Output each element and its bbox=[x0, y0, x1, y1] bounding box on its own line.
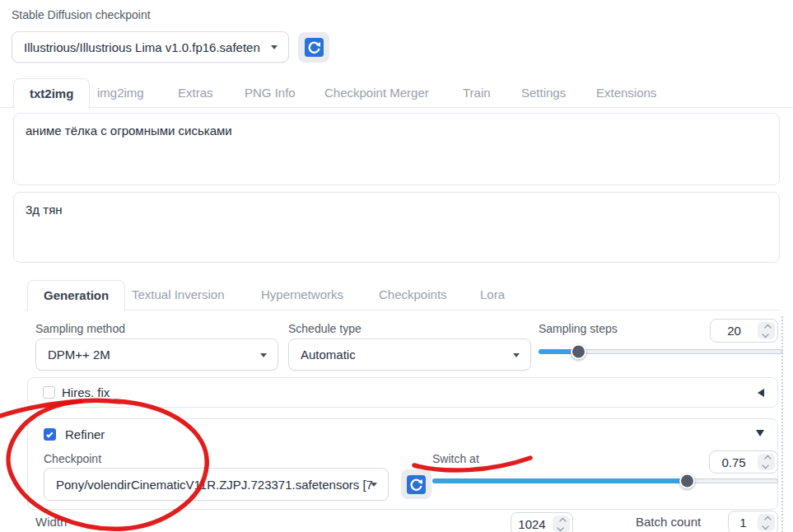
refiner-checkbox[interactable] bbox=[44, 428, 56, 441]
refiner-checkpoint-value: Pony/volendirCinematicV11R.ZJPJ.723371.s… bbox=[56, 478, 373, 492]
sampling-steps-slider[interactable] bbox=[539, 347, 782, 357]
tab-hypernetworks[interactable]: Hypernetworks bbox=[261, 280, 343, 310]
sd-checkpoint-value: Illustrious/Illustrious Lima v1.0.fp16.s… bbox=[24, 40, 260, 54]
tab-lora[interactable]: Lora bbox=[480, 280, 505, 310]
stepper-icon[interactable] bbox=[758, 514, 775, 531]
switch-at-value: 0.75 bbox=[721, 455, 745, 469]
sampling-method-label: Sampling method bbox=[35, 322, 125, 335]
tab-extensions[interactable]: Extensions bbox=[596, 78, 656, 108]
accordion-collapsed-icon[interactable] bbox=[758, 389, 764, 397]
slider-handle[interactable] bbox=[679, 474, 695, 489]
hires-fix-label: Hires. fix bbox=[62, 385, 110, 399]
stable-diffusion-webui: Stable Diffusion checkpoint Illustrious/… bbox=[0, 0, 793, 532]
tab-settings[interactable]: Settings bbox=[521, 78, 566, 108]
slider-fill bbox=[432, 478, 687, 483]
chevron-down-icon bbox=[513, 353, 520, 357]
tab-generation[interactable]: Generation bbox=[27, 280, 125, 311]
sd-checkpoint-label: Stable Diffusion checkpoint bbox=[12, 8, 151, 21]
chevron-down-icon bbox=[371, 483, 377, 487]
refiner-label: Refiner bbox=[65, 427, 105, 441]
width-input[interactable]: 1024 bbox=[511, 512, 573, 532]
tab-checkpoint-merger[interactable]: Checkpoint Merger bbox=[324, 78, 429, 108]
slider-fill bbox=[539, 349, 578, 354]
batch-count-value: 1 bbox=[739, 516, 746, 530]
refiner-checkpoint-dropdown[interactable]: Pony/volendirCinematicV11R.ZJPJ.723371.s… bbox=[44, 468, 389, 501]
hires-fix-panel[interactable]: Hires. fix bbox=[27, 377, 778, 408]
sampling-method-value: DPM++ 2M bbox=[48, 348, 110, 362]
chevron-down-icon bbox=[260, 353, 267, 357]
switch-at-label: Switch at bbox=[432, 452, 479, 465]
schedule-type-dropdown[interactable]: Automatic bbox=[288, 338, 531, 371]
sampling-steps-input[interactable]: 20 bbox=[710, 319, 778, 343]
width-value: 1024 bbox=[518, 517, 545, 531]
checkmark-icon bbox=[46, 431, 53, 437]
schedule-type-value: Automatic bbox=[301, 348, 356, 362]
width-label: Width bbox=[35, 515, 67, 529]
tab-checkpoints[interactable]: Checkpoints bbox=[379, 280, 447, 310]
batch-count-label: Batch count bbox=[636, 515, 701, 529]
refresh-icon bbox=[305, 38, 324, 57]
refiner-panel: Refiner Checkpoint Pony/volendirCinemati… bbox=[27, 418, 778, 510]
tab-train[interactable]: Train bbox=[463, 78, 491, 108]
tab-png-info[interactable]: PNG Info bbox=[245, 78, 296, 108]
main-tabbar: txt2img img2img Extras PNG Info Checkpoi… bbox=[0, 78, 793, 108]
sd-checkpoint-dropdown[interactable]: Illustrious/Illustrious Lima v1.0.fp16.s… bbox=[12, 31, 289, 63]
chevron-down-icon bbox=[271, 45, 278, 49]
negative-prompt-textarea[interactable]: 3д тян bbox=[13, 192, 780, 263]
accordion-expanded-icon[interactable] bbox=[756, 430, 764, 436]
sub-tabbar: Generation Textual Inversion Hypernetwor… bbox=[25, 280, 780, 310]
stepper-icon[interactable] bbox=[758, 454, 775, 470]
sampling-steps-value: 20 bbox=[727, 324, 741, 338]
tab-img2img[interactable]: img2img bbox=[97, 78, 144, 108]
refiner-checkpoint-label: Checkpoint bbox=[44, 452, 101, 465]
column-resize-edge bbox=[781, 316, 783, 532]
prompt-textarea[interactable]: аниме тёлка с огромными сиськами bbox=[13, 113, 780, 185]
sampling-steps-label: Sampling steps bbox=[539, 322, 618, 335]
tab-txt2img[interactable]: txt2img bbox=[13, 78, 90, 109]
slider-handle[interactable] bbox=[571, 344, 586, 360]
hires-fix-checkbox[interactable] bbox=[43, 386, 55, 399]
refresh-refiner-checkpoint-button[interactable] bbox=[401, 469, 431, 499]
sampling-method-dropdown[interactable]: DPM++ 2M bbox=[35, 338, 278, 371]
refresh-checkpoint-button[interactable] bbox=[298, 32, 329, 63]
stepper-icon[interactable] bbox=[553, 516, 570, 532]
switch-at-slider[interactable] bbox=[432, 476, 778, 486]
tab-textual-inversion[interactable]: Textual Inversion bbox=[132, 280, 225, 310]
schedule-type-label: Schedule type bbox=[288, 322, 362, 335]
stepper-icon[interactable] bbox=[758, 322, 775, 339]
batch-count-input[interactable]: 1 bbox=[728, 511, 778, 532]
switch-at-input[interactable]: 0.75 bbox=[709, 450, 778, 474]
refresh-icon bbox=[407, 475, 426, 494]
tab-extras[interactable]: Extras bbox=[178, 78, 213, 108]
